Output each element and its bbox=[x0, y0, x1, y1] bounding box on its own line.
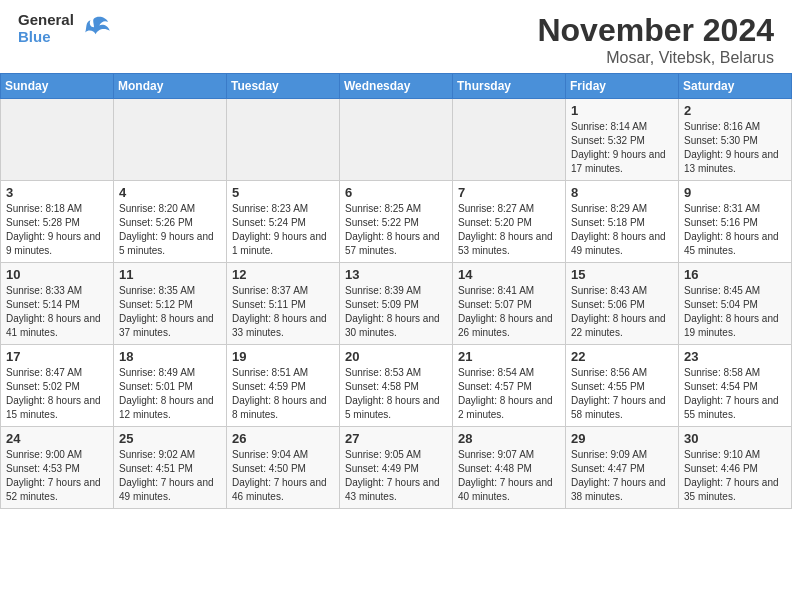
calendar-cell: 8Sunrise: 8:29 AM Sunset: 5:18 PM Daylig… bbox=[566, 181, 679, 263]
day-number: 1 bbox=[571, 103, 673, 118]
day-number: 11 bbox=[119, 267, 221, 282]
calendar-cell: 17Sunrise: 8:47 AM Sunset: 5:02 PM Dayli… bbox=[1, 345, 114, 427]
logo-text: General Blue bbox=[18, 12, 74, 45]
calendar-cell: 14Sunrise: 8:41 AM Sunset: 5:07 PM Dayli… bbox=[453, 263, 566, 345]
day-number: 12 bbox=[232, 267, 334, 282]
day-info: Sunrise: 9:07 AM Sunset: 4:48 PM Dayligh… bbox=[458, 448, 560, 504]
calendar-cell: 20Sunrise: 8:53 AM Sunset: 4:58 PM Dayli… bbox=[340, 345, 453, 427]
day-info: Sunrise: 8:23 AM Sunset: 5:24 PM Dayligh… bbox=[232, 202, 334, 258]
calendar-week-row: 17Sunrise: 8:47 AM Sunset: 5:02 PM Dayli… bbox=[1, 345, 792, 427]
calendar-cell: 29Sunrise: 9:09 AM Sunset: 4:47 PM Dayli… bbox=[566, 427, 679, 509]
day-number: 27 bbox=[345, 431, 447, 446]
calendar-cell: 26Sunrise: 9:04 AM Sunset: 4:50 PM Dayli… bbox=[227, 427, 340, 509]
day-info: Sunrise: 9:05 AM Sunset: 4:49 PM Dayligh… bbox=[345, 448, 447, 504]
day-info: Sunrise: 8:37 AM Sunset: 5:11 PM Dayligh… bbox=[232, 284, 334, 340]
calendar-cell bbox=[453, 99, 566, 181]
day-info: Sunrise: 8:39 AM Sunset: 5:09 PM Dayligh… bbox=[345, 284, 447, 340]
calendar-cell: 23Sunrise: 8:58 AM Sunset: 4:54 PM Dayli… bbox=[679, 345, 792, 427]
calendar-week-row: 1Sunrise: 8:14 AM Sunset: 5:32 PM Daylig… bbox=[1, 99, 792, 181]
weekday-header: Monday bbox=[114, 74, 227, 99]
main-title: November 2024 bbox=[537, 12, 774, 49]
day-number: 3 bbox=[6, 185, 108, 200]
day-info: Sunrise: 8:41 AM Sunset: 5:07 PM Dayligh… bbox=[458, 284, 560, 340]
day-number: 15 bbox=[571, 267, 673, 282]
day-number: 23 bbox=[684, 349, 786, 364]
day-info: Sunrise: 9:02 AM Sunset: 4:51 PM Dayligh… bbox=[119, 448, 221, 504]
calendar-cell: 2Sunrise: 8:16 AM Sunset: 5:30 PM Daylig… bbox=[679, 99, 792, 181]
day-info: Sunrise: 9:10 AM Sunset: 4:46 PM Dayligh… bbox=[684, 448, 786, 504]
calendar-cell bbox=[114, 99, 227, 181]
calendar-cell: 3Sunrise: 8:18 AM Sunset: 5:28 PM Daylig… bbox=[1, 181, 114, 263]
day-number: 21 bbox=[458, 349, 560, 364]
day-info: Sunrise: 8:45 AM Sunset: 5:04 PM Dayligh… bbox=[684, 284, 786, 340]
logo-bird-icon bbox=[78, 15, 110, 43]
page-header: General Blue November 2024 Mosar, Vitebs… bbox=[0, 0, 792, 73]
day-number: 8 bbox=[571, 185, 673, 200]
calendar-cell: 24Sunrise: 9:00 AM Sunset: 4:53 PM Dayli… bbox=[1, 427, 114, 509]
calendar-table: SundayMondayTuesdayWednesdayThursdayFrid… bbox=[0, 73, 792, 509]
calendar-cell: 28Sunrise: 9:07 AM Sunset: 4:48 PM Dayli… bbox=[453, 427, 566, 509]
day-number: 10 bbox=[6, 267, 108, 282]
day-info: Sunrise: 8:58 AM Sunset: 4:54 PM Dayligh… bbox=[684, 366, 786, 422]
calendar-cell: 6Sunrise: 8:25 AM Sunset: 5:22 PM Daylig… bbox=[340, 181, 453, 263]
day-number: 22 bbox=[571, 349, 673, 364]
day-number: 9 bbox=[684, 185, 786, 200]
weekday-header: Saturday bbox=[679, 74, 792, 99]
weekday-header: Friday bbox=[566, 74, 679, 99]
weekday-header: Wednesday bbox=[340, 74, 453, 99]
weekday-header: Tuesday bbox=[227, 74, 340, 99]
calendar-week-row: 10Sunrise: 8:33 AM Sunset: 5:14 PM Dayli… bbox=[1, 263, 792, 345]
calendar-cell: 12Sunrise: 8:37 AM Sunset: 5:11 PM Dayli… bbox=[227, 263, 340, 345]
calendar-cell: 13Sunrise: 8:39 AM Sunset: 5:09 PM Dayli… bbox=[340, 263, 453, 345]
day-info: Sunrise: 8:31 AM Sunset: 5:16 PM Dayligh… bbox=[684, 202, 786, 258]
day-number: 7 bbox=[458, 185, 560, 200]
day-number: 25 bbox=[119, 431, 221, 446]
calendar-cell bbox=[1, 99, 114, 181]
calendar-cell: 15Sunrise: 8:43 AM Sunset: 5:06 PM Dayli… bbox=[566, 263, 679, 345]
calendar-cell: 9Sunrise: 8:31 AM Sunset: 5:16 PM Daylig… bbox=[679, 181, 792, 263]
day-number: 30 bbox=[684, 431, 786, 446]
weekday-header: Thursday bbox=[453, 74, 566, 99]
day-info: Sunrise: 8:43 AM Sunset: 5:06 PM Dayligh… bbox=[571, 284, 673, 340]
day-info: Sunrise: 8:49 AM Sunset: 5:01 PM Dayligh… bbox=[119, 366, 221, 422]
sub-title: Mosar, Vitebsk, Belarus bbox=[537, 49, 774, 67]
calendar-week-row: 24Sunrise: 9:00 AM Sunset: 4:53 PM Dayli… bbox=[1, 427, 792, 509]
logo-blue: Blue bbox=[18, 29, 74, 46]
day-number: 5 bbox=[232, 185, 334, 200]
calendar-cell: 10Sunrise: 8:33 AM Sunset: 5:14 PM Dayli… bbox=[1, 263, 114, 345]
logo: General Blue bbox=[18, 12, 110, 45]
day-number: 24 bbox=[6, 431, 108, 446]
calendar-cell: 4Sunrise: 8:20 AM Sunset: 5:26 PM Daylig… bbox=[114, 181, 227, 263]
day-info: Sunrise: 8:25 AM Sunset: 5:22 PM Dayligh… bbox=[345, 202, 447, 258]
calendar-cell: 27Sunrise: 9:05 AM Sunset: 4:49 PM Dayli… bbox=[340, 427, 453, 509]
day-info: Sunrise: 8:33 AM Sunset: 5:14 PM Dayligh… bbox=[6, 284, 108, 340]
day-number: 20 bbox=[345, 349, 447, 364]
day-info: Sunrise: 8:53 AM Sunset: 4:58 PM Dayligh… bbox=[345, 366, 447, 422]
day-number: 17 bbox=[6, 349, 108, 364]
day-info: Sunrise: 8:27 AM Sunset: 5:20 PM Dayligh… bbox=[458, 202, 560, 258]
calendar-cell: 16Sunrise: 8:45 AM Sunset: 5:04 PM Dayli… bbox=[679, 263, 792, 345]
day-info: Sunrise: 8:35 AM Sunset: 5:12 PM Dayligh… bbox=[119, 284, 221, 340]
day-info: Sunrise: 9:04 AM Sunset: 4:50 PM Dayligh… bbox=[232, 448, 334, 504]
day-info: Sunrise: 8:51 AM Sunset: 4:59 PM Dayligh… bbox=[232, 366, 334, 422]
day-info: Sunrise: 9:09 AM Sunset: 4:47 PM Dayligh… bbox=[571, 448, 673, 504]
day-number: 28 bbox=[458, 431, 560, 446]
weekday-header: Sunday bbox=[1, 74, 114, 99]
calendar-cell: 30Sunrise: 9:10 AM Sunset: 4:46 PM Dayli… bbox=[679, 427, 792, 509]
day-number: 29 bbox=[571, 431, 673, 446]
day-info: Sunrise: 8:20 AM Sunset: 5:26 PM Dayligh… bbox=[119, 202, 221, 258]
calendar-cell: 5Sunrise: 8:23 AM Sunset: 5:24 PM Daylig… bbox=[227, 181, 340, 263]
title-block: November 2024 Mosar, Vitebsk, Belarus bbox=[537, 12, 774, 67]
day-number: 4 bbox=[119, 185, 221, 200]
day-number: 26 bbox=[232, 431, 334, 446]
calendar-week-row: 3Sunrise: 8:18 AM Sunset: 5:28 PM Daylig… bbox=[1, 181, 792, 263]
calendar-cell: 7Sunrise: 8:27 AM Sunset: 5:20 PM Daylig… bbox=[453, 181, 566, 263]
day-info: Sunrise: 8:54 AM Sunset: 4:57 PM Dayligh… bbox=[458, 366, 560, 422]
day-info: Sunrise: 8:29 AM Sunset: 5:18 PM Dayligh… bbox=[571, 202, 673, 258]
calendar-cell: 18Sunrise: 8:49 AM Sunset: 5:01 PM Dayli… bbox=[114, 345, 227, 427]
calendar-cell: 25Sunrise: 9:02 AM Sunset: 4:51 PM Dayli… bbox=[114, 427, 227, 509]
logo-general: General bbox=[18, 12, 74, 29]
day-number: 13 bbox=[345, 267, 447, 282]
day-info: Sunrise: 8:47 AM Sunset: 5:02 PM Dayligh… bbox=[6, 366, 108, 422]
day-info: Sunrise: 8:56 AM Sunset: 4:55 PM Dayligh… bbox=[571, 366, 673, 422]
